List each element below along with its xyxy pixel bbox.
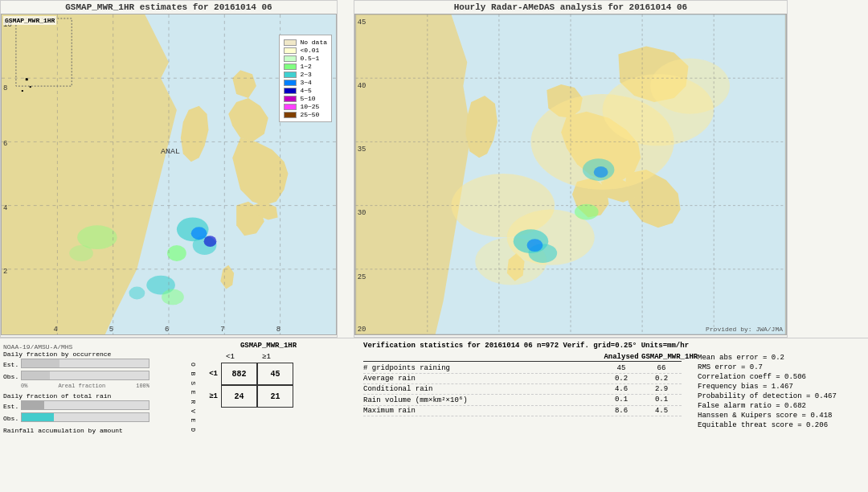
verif-val-analysed-2: 4.6 <box>601 385 641 393</box>
bar-charts-section: NOAA-19/AMSU-A/MHS Daily fraction by occ… <box>3 342 180 489</box>
bar-fill-obs-rain-cyan <box>22 413 54 421</box>
legend-item-1-2: 1~2 <box>284 63 327 70</box>
svg-point-47 <box>594 166 608 178</box>
left-map-title: GSMAP_MWR_1HR estimates for 20161014 06 <box>1 1 337 14</box>
ct-row-gte1: ≥1 24 21 <box>197 385 293 408</box>
svg-text:5: 5 <box>109 326 113 334</box>
legend-item-3-4: 3~4 <box>284 79 327 86</box>
legend-color-10-25 <box>284 104 297 110</box>
svg-point-46 <box>527 239 543 252</box>
est-label-1: Est. <box>3 361 21 368</box>
verif-val-gsmap-2: 2.9 <box>641 385 682 393</box>
legend-color-5-10 <box>284 96 297 102</box>
bar-fill-est-rain <box>22 401 44 409</box>
svg-point-8 <box>129 287 145 300</box>
legend-item-2-3: 2~3 <box>284 71 327 78</box>
verif-val-analysed-4: 8.6 <box>601 407 641 415</box>
ct-header-lt1: <1 <box>212 353 248 361</box>
svg-text:30: 30 <box>358 209 366 217</box>
verif-val-analysed-0: 45 <box>601 364 641 372</box>
axis-0pct: 0% <box>21 383 27 389</box>
bar-axis-occ: 0% Areal fraction 100% <box>21 383 149 389</box>
bar-track-obs-occ <box>21 371 149 380</box>
verif-header-metric <box>363 353 601 361</box>
verif-val-gsmap-3: 0.1 <box>641 396 682 404</box>
left-map-canvas: 10 8 6 4 2 4 5 6 7 8 ANAL G <box>1 14 337 335</box>
verif-metric-1: Average rain <box>363 375 601 383</box>
verif-stat-7: Equitable threat score = 0.206 <box>698 420 858 430</box>
legend-label-10-25: 10~25 <box>300 103 319 110</box>
right-map-panel: Hourly Radar-AMeDAS analysis for 2016101… <box>354 0 788 338</box>
svg-point-10 <box>69 245 93 261</box>
ct-cell-882: 882 <box>221 363 257 385</box>
verif-val-analysed-3: 0.1 <box>601 396 641 404</box>
legend-label-5-10: 5~10 <box>300 95 315 102</box>
verif-row-2: Conditional rain 4.6 2.9 <box>363 384 682 395</box>
verif-header-analysed: Analysed <box>601 353 641 361</box>
legend-color-lt001 <box>284 47 297 54</box>
ct-cell-21: 21 <box>257 385 293 408</box>
legend-label-2-3: 2~3 <box>300 71 311 78</box>
svg-text:20: 20 <box>358 326 366 334</box>
noaa-label: NOAA-19/AMSU-A/MHS <box>3 343 180 351</box>
legend-color-1-2 <box>284 64 297 70</box>
svg-point-5 <box>204 236 217 247</box>
ct-cell-45: 45 <box>257 363 293 385</box>
bar-section-occurrence: Daily fraction by occurrence Est. Obs. 0… <box>3 351 180 389</box>
legend-color-4-5 <box>284 88 297 94</box>
legend-label-1-2: 1~2 <box>300 63 311 70</box>
verif-left-col: Analysed GSMAP_MWR_1HR # gridpoints rain… <box>363 353 682 430</box>
bar-title-rain: Daily fraction of total rain <box>3 392 180 400</box>
legend-label-nodata: No data <box>300 39 327 46</box>
verif-stat-6: Hanssen & Kuipers score = 0.418 <box>698 411 858 420</box>
ct-header-gte1: ≥1 <box>248 353 285 361</box>
verif-metric-4: Maximum rain <box>363 407 601 415</box>
verif-row-4: Maximum rain 8.6 4.5 <box>363 406 682 416</box>
verif-val-gsmap-4: 4.5 <box>641 407 682 415</box>
verif-title: Verification statistics for 20161014 06 … <box>363 342 858 350</box>
est-label-2: Est. <box>3 403 21 410</box>
verif-val-gsmap-0: 66 <box>641 364 682 372</box>
ct-row-lt1-label: <1 <box>197 370 221 378</box>
legend-item-10-25: 10~25 <box>284 103 327 110</box>
verif-val-analysed-1: 0.2 <box>601 375 641 383</box>
right-side-panel <box>788 0 868 338</box>
verif-stat-2: Correlation coeff = 0.506 <box>698 372 858 382</box>
right-map-svg: 45 40 35 30 25 20 120 125 130 135 140 14… <box>355 14 786 334</box>
verif-stat-4: Probability of detection = 0.467 <box>698 392 858 401</box>
legend-label-05-1: 0.5~1 <box>300 55 319 62</box>
legend-item-nodata: No data <box>284 39 327 46</box>
svg-point-7 <box>162 289 184 305</box>
obs-label-1: Obs. <box>3 373 21 380</box>
ct-obs-text: O B S E R V E D <box>190 363 197 433</box>
verification-panel: Verification statistics for 20161014 06 … <box>357 342 865 489</box>
svg-text:40: 40 <box>358 82 366 90</box>
svg-text:2: 2 <box>3 268 7 276</box>
ct-observed-label: O B S E R V E D <box>188 363 197 433</box>
ct-row-gte1-label: ≥1 <box>197 392 221 400</box>
ct-row-lt1: <1 882 45 <box>197 363 293 385</box>
bar-title-accumulation: Rainfall accumulation by amount <box>3 427 180 434</box>
legend-color-3-4 <box>284 80 297 86</box>
bar-fill-est-occ <box>22 359 59 367</box>
svg-point-4 <box>191 227 207 240</box>
right-map-canvas: 45 40 35 30 25 20 120 125 130 135 140 14… <box>354 14 787 335</box>
verif-row-1: Average rain 0.2 0.2 <box>363 374 682 384</box>
verif-metric-2: Conditional rain <box>363 385 601 393</box>
verif-stat-3: Frequency bias = 1.467 <box>698 382 858 392</box>
svg-text:8: 8 <box>3 84 7 92</box>
svg-point-45 <box>575 204 599 220</box>
bar-track-obs-rain <box>21 412 149 422</box>
legend-label-lt001: <0.01 <box>300 47 319 54</box>
legend-item-05-1: 0.5~1 <box>284 55 327 62</box>
bar-track-est-occ <box>21 359 149 368</box>
verif-stat-5: False alarm ratio = 0.682 <box>698 401 858 411</box>
ct-rows: <1 882 45 ≥1 24 21 <box>197 363 293 433</box>
svg-rect-13 <box>30 86 31 88</box>
svg-text:6: 6 <box>3 140 7 148</box>
svg-point-38 <box>650 58 730 113</box>
legend-label-3-4: 3~4 <box>300 79 311 86</box>
axis-label-areal: Areal fraction <box>58 383 105 389</box>
svg-rect-11 <box>26 78 28 80</box>
verif-val-gsmap-1: 0.2 <box>641 375 682 383</box>
